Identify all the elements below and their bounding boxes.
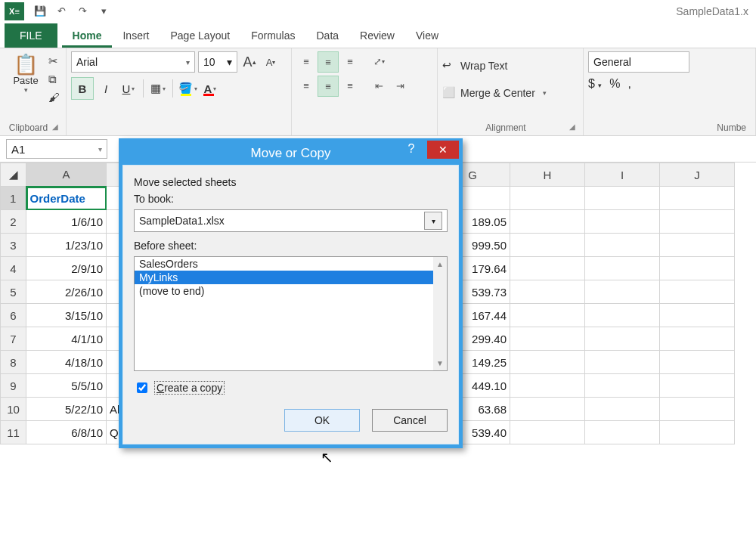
tab-home[interactable]: Home bbox=[62, 23, 113, 48]
cell-H10[interactable] bbox=[510, 398, 585, 421]
cell-I3[interactable] bbox=[585, 234, 660, 257]
align-left-icon[interactable]: ≡ bbox=[296, 76, 316, 95]
cell-J5[interactable] bbox=[660, 280, 735, 304]
align-right-icon[interactable]: ≡ bbox=[340, 76, 360, 95]
column-header-A[interactable]: A bbox=[26, 163, 107, 187]
cut-icon[interactable]: ✂ bbox=[48, 54, 60, 68]
cell-H2[interactable] bbox=[510, 210, 585, 234]
cell-H4[interactable] bbox=[510, 257, 585, 280]
qat-customize-icon[interactable]: ▾ bbox=[94, 2, 113, 20]
cell-I10[interactable] bbox=[585, 398, 660, 421]
cell-J7[interactable] bbox=[660, 327, 735, 351]
dialog-close-icon[interactable]: ✕ bbox=[427, 141, 459, 159]
align-middle-icon[interactable]: ≡ bbox=[318, 51, 339, 73]
underline-button[interactable]: U▾ bbox=[118, 78, 139, 99]
cell-A11[interactable]: 6/8/10 bbox=[26, 421, 107, 444]
tab-file[interactable]: FILE bbox=[5, 23, 57, 48]
cell-J4[interactable] bbox=[660, 257, 735, 280]
paste-button[interactable]: Paste bbox=[13, 75, 38, 86]
cell-A8[interactable]: 4/18/10 bbox=[26, 351, 107, 374]
redo-icon[interactable]: ↷ bbox=[73, 2, 92, 20]
font-color-button[interactable]: A▾ bbox=[200, 78, 221, 99]
row-header-9[interactable]: 9 bbox=[1, 374, 26, 398]
clipboard-launcher-icon[interactable]: ◢ bbox=[52, 122, 58, 131]
cell-H9[interactable] bbox=[510, 374, 585, 398]
cell-A6[interactable]: 3/15/10 bbox=[26, 304, 107, 327]
chevron-down-icon[interactable]: ▾ bbox=[424, 212, 442, 230]
row-header-4[interactable]: 4 bbox=[1, 257, 26, 280]
wrap-text-button[interactable]: ↩Wrap Text bbox=[442, 54, 508, 77]
decrease-indent-icon[interactable]: ⇤ bbox=[369, 76, 389, 95]
currency-button[interactable]: $ ▾ bbox=[588, 77, 602, 91]
cell-A3[interactable]: 1/23/10 bbox=[26, 234, 107, 257]
cell-H11[interactable] bbox=[510, 421, 585, 444]
column-header-I[interactable]: I bbox=[585, 163, 660, 187]
number-format-combo[interactable]: General bbox=[588, 51, 689, 73]
tab-review[interactable]: Review bbox=[349, 23, 405, 48]
cancel-button[interactable]: Cancel bbox=[372, 409, 448, 432]
undo-icon[interactable]: ↶ bbox=[51, 2, 71, 20]
cell-J1[interactable] bbox=[660, 187, 735, 210]
row-header-1[interactable]: 1 bbox=[1, 187, 26, 210]
fill-color-button[interactable]: 🪣▾ bbox=[177, 78, 198, 99]
alignment-launcher-icon[interactable]: ◢ bbox=[569, 122, 575, 131]
copy-icon[interactable]: ⧉ bbox=[48, 73, 60, 86]
cell-J3[interactable] bbox=[660, 234, 735, 257]
cell-A5[interactable]: 2/26/10 bbox=[26, 280, 107, 304]
create-copy-label[interactable]: Create a copy bbox=[154, 381, 225, 395]
font-size-combo[interactable]: 10▾ bbox=[198, 51, 237, 73]
cell-A2[interactable]: 1/6/10 bbox=[26, 210, 107, 234]
row-header-2[interactable]: 2 bbox=[1, 210, 26, 234]
italic-button[interactable]: I bbox=[95, 78, 116, 99]
select-all-corner[interactable]: ◢ bbox=[1, 163, 26, 187]
cell-H7[interactable] bbox=[510, 327, 585, 351]
column-header-J[interactable]: J bbox=[660, 163, 735, 187]
ok-button[interactable]: OK bbox=[284, 409, 360, 432]
increase-indent-icon[interactable]: ⇥ bbox=[390, 76, 410, 95]
bold-button[interactable]: B bbox=[71, 77, 94, 100]
row-header-8[interactable]: 8 bbox=[1, 351, 26, 374]
align-bottom-icon[interactable]: ≡ bbox=[340, 51, 360, 71]
cell-H5[interactable] bbox=[510, 280, 585, 304]
orientation-icon[interactable]: ⤢▾ bbox=[369, 51, 389, 71]
format-painter-icon[interactable]: 🖌 bbox=[48, 91, 60, 104]
cell-H3[interactable] bbox=[510, 234, 585, 257]
cell-J6[interactable] bbox=[660, 304, 735, 327]
tab-formulas[interactable]: Formulas bbox=[240, 23, 305, 48]
percent-button[interactable]: % bbox=[609, 77, 620, 91]
borders-button[interactable]: ▦▾ bbox=[147, 78, 169, 99]
cell-I5[interactable] bbox=[585, 280, 660, 304]
cell-A4[interactable]: 2/9/10 bbox=[26, 257, 107, 280]
shrink-font-icon[interactable]: A▾ bbox=[262, 52, 280, 72]
cell-H6[interactable] bbox=[510, 304, 585, 327]
create-copy-checkbox[interactable] bbox=[137, 382, 147, 393]
cell-J10[interactable] bbox=[660, 398, 735, 421]
comma-button[interactable]: , bbox=[628, 77, 631, 91]
sheet-list-item[interactable]: (move to end) bbox=[135, 284, 433, 298]
cell-I2[interactable] bbox=[585, 210, 660, 234]
row-header-10[interactable]: 10 bbox=[1, 398, 26, 421]
cell-I9[interactable] bbox=[585, 374, 660, 398]
cell-H8[interactable] bbox=[510, 351, 585, 374]
row-header-11[interactable]: 11 bbox=[1, 421, 26, 444]
cell-I7[interactable] bbox=[585, 327, 660, 351]
cell-J2[interactable] bbox=[660, 210, 735, 234]
column-header-H[interactable]: H bbox=[510, 163, 585, 187]
cell-J8[interactable] bbox=[660, 351, 735, 374]
cell-J9[interactable] bbox=[660, 374, 735, 398]
cell-A9[interactable]: 5/5/10 bbox=[26, 374, 107, 398]
list-scrollbar[interactable]: ▲▼ bbox=[433, 257, 447, 370]
before-sheet-list[interactable]: SalesOrdersMyLinks(move to end) ▲▼ bbox=[134, 256, 448, 371]
cell-I8[interactable] bbox=[585, 351, 660, 374]
sheet-list-item[interactable]: MyLinks bbox=[135, 271, 433, 284]
cell-I6[interactable] bbox=[585, 304, 660, 327]
sheet-list-item[interactable]: SalesOrders bbox=[135, 257, 433, 271]
save-icon[interactable]: 💾 bbox=[30, 2, 50, 20]
paste-icon[interactable]: 📋 bbox=[14, 53, 38, 76]
to-book-combo[interactable]: SampleData1.xlsx▾ bbox=[134, 209, 448, 232]
merge-center-button[interactable]: ⬜Merge & Center▾ bbox=[442, 82, 547, 104]
cell-A7[interactable]: 4/1/10 bbox=[26, 327, 107, 351]
cell-I11[interactable] bbox=[585, 421, 660, 444]
cell-A10[interactable]: 5/22/10 bbox=[26, 398, 107, 421]
row-header-7[interactable]: 7 bbox=[1, 327, 26, 351]
